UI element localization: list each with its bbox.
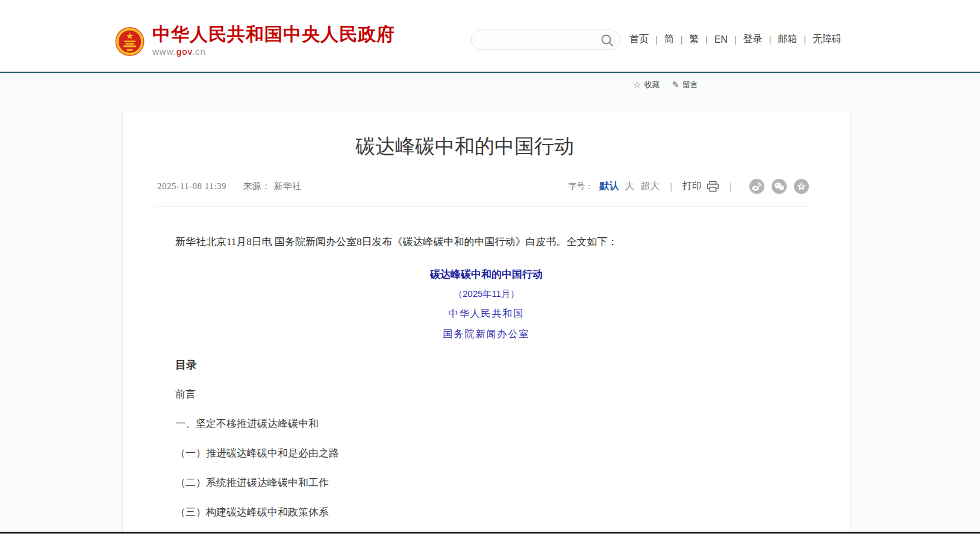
source-value: 新华社 bbox=[274, 181, 301, 192]
article-meta-row: 2025-11-08 11:39 来源： 新华社 字号： 默认 大 超大 | 打… bbox=[153, 179, 809, 207]
document-date: （2025年11月） bbox=[175, 288, 797, 300]
print-button[interactable]: 打印 bbox=[682, 180, 719, 193]
nav-link-home[interactable]: 首页 bbox=[629, 33, 649, 46]
font-size-default-button[interactable]: 默认 bbox=[599, 180, 619, 193]
nav-separator: | bbox=[804, 35, 806, 45]
page-actions: ☆ 收藏 ✎ 留言 bbox=[633, 79, 698, 90]
weibo-share-button[interactable] bbox=[749, 179, 764, 194]
favorite-button[interactable]: ☆ 收藏 bbox=[633, 79, 660, 90]
site-title: 中华人民共和国中央人民政府 bbox=[152, 24, 395, 45]
star-share-icon bbox=[794, 179, 809, 194]
page-background: ☆ 收藏 ✎ 留言 碳达峰碳中和的中国行动 2025-11-08 11:39 来… bbox=[0, 73, 980, 532]
toc-item: （一）推进碳达峰碳中和是必由之路 bbox=[175, 446, 797, 460]
toc-item: 前言 bbox=[175, 387, 797, 401]
toc-heading: 目录 bbox=[175, 358, 797, 372]
toolbar-separator: | bbox=[670, 181, 672, 191]
table-of-contents: 前言 一、坚定不移推进碳达峰碳中和 （一）推进碳达峰碳中和是必由之路 （二）系统… bbox=[175, 387, 797, 532]
site-logo-link[interactable]: 中华人民共和国中央人民政府 www.gov.cn bbox=[115, 24, 395, 58]
document-issuer-office: 国务院新闻办公室 bbox=[175, 328, 797, 341]
feedback-button[interactable]: ✎ 留言 bbox=[672, 79, 698, 90]
article-title: 碳达峰碳中和的中国行动 bbox=[123, 111, 850, 158]
article-card: 碳达峰碳中和的中国行动 2025-11-08 11:39 来源： 新华社 字号：… bbox=[122, 111, 850, 532]
top-nav: 首页 | 简 | 繁 | EN | 登录 | 邮箱 | 无障碍 bbox=[629, 33, 841, 46]
nav-separator: | bbox=[769, 35, 772, 45]
printer-icon bbox=[707, 181, 719, 192]
search-box bbox=[471, 30, 620, 50]
nav-link-simplified[interactable]: 简 bbox=[664, 33, 674, 46]
nav-separator: | bbox=[655, 35, 658, 45]
weibo-icon bbox=[749, 179, 764, 194]
nav-link-mailbox[interactable]: 邮箱 bbox=[778, 33, 797, 46]
font-size-large-button[interactable]: 大 bbox=[625, 180, 634, 193]
article-toolbar: 字号： 默认 大 超大 | 打印 | bbox=[568, 179, 809, 194]
toc-item: 一、坚定不移推进碳达峰碳中和 bbox=[175, 417, 797, 431]
document-issuer-country: 中华人民共和国 bbox=[175, 308, 797, 320]
national-emblem-icon bbox=[115, 25, 145, 58]
font-size-label: 字号： bbox=[568, 181, 593, 192]
article-meta: 2025-11-08 11:39 来源： 新华社 bbox=[157, 181, 301, 192]
nav-link-accessibility[interactable]: 无障碍 bbox=[813, 33, 841, 46]
article-body: 新华社北京11月8日电 国务院新闻办公室8日发布《碳达峰碳中和的中国行动》白皮书… bbox=[123, 234, 850, 532]
viewport-bottom-border bbox=[0, 532, 980, 534]
toc-item: （三）构建碳达峰碳中和政策体系 bbox=[175, 505, 797, 519]
pencil-icon: ✎ bbox=[672, 79, 679, 90]
nav-separator: | bbox=[681, 35, 683, 45]
site-title-block: 中华人民共和国中央人民政府 www.gov.cn bbox=[152, 24, 395, 57]
star-share-button[interactable] bbox=[794, 179, 809, 194]
nav-link-traditional[interactable]: 繁 bbox=[689, 33, 699, 46]
star-icon: ☆ bbox=[633, 79, 641, 90]
feedback-label: 留言 bbox=[682, 79, 698, 90]
nav-separator: | bbox=[734, 35, 737, 45]
wechat-share-button[interactable] bbox=[772, 179, 787, 194]
nav-link-english[interactable]: EN bbox=[714, 34, 728, 45]
document-title: 碳达峰碳中和的中国行动 bbox=[175, 267, 797, 281]
publish-date: 2025-11-08 11:39 bbox=[157, 181, 226, 191]
share-icons bbox=[742, 179, 809, 194]
source-label: 来源： bbox=[243, 181, 270, 192]
search-icon[interactable] bbox=[601, 34, 614, 47]
nav-separator: | bbox=[705, 35, 708, 45]
toc-item: （二）系统推进碳达峰碳中和工作 bbox=[175, 476, 797, 490]
site-header: 中华人民共和国中央人民政府 www.gov.cn 首页 | 简 | 繁 | EN… bbox=[0, 0, 980, 72]
search-input[interactable] bbox=[481, 30, 596, 49]
wechat-icon bbox=[772, 179, 787, 194]
site-url: www.gov.cn bbox=[152, 46, 395, 57]
font-size-xlarge-button[interactable]: 超大 bbox=[640, 180, 660, 193]
favorite-label: 收藏 bbox=[644, 79, 660, 90]
lead-paragraph: 新华社北京11月8日电 国务院新闻办公室8日发布《碳达峰碳中和的中国行动》白皮书… bbox=[175, 234, 797, 250]
print-label: 打印 bbox=[682, 180, 702, 193]
toolbar-separator: | bbox=[729, 181, 732, 191]
document-heading-block: 碳达峰碳中和的中国行动 （2025年11月） 中华人民共和国 国务院新闻办公室 bbox=[175, 267, 797, 341]
nav-link-login[interactable]: 登录 bbox=[743, 33, 763, 46]
